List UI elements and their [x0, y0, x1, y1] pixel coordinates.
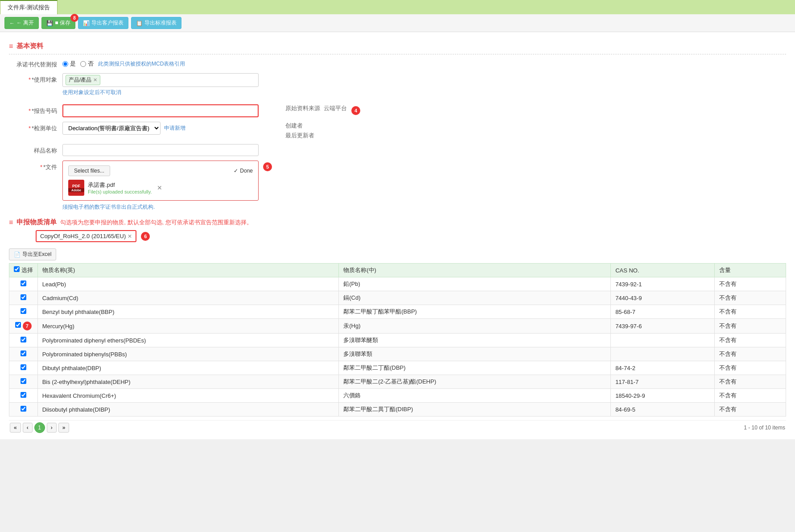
col-name-en-header: 物质名称(英) [37, 264, 339, 277]
file-upload-header: Select files... ✓ Done [68, 165, 253, 176]
file-success: File(s) uploaded successfully. [88, 189, 152, 194]
radio-yes-label: 是 [70, 60, 76, 68]
cell-name-cn: 鉛(Pb) [339, 277, 611, 291]
last-updater-label: 最后更新者 [285, 132, 314, 140]
main-content: ≡ 基本资料 承诺书代替测报 是 否 此类测报只供被授权的MCD表格引用 *使用… [0, 32, 795, 439]
row-checkbox-5[interactable] [21, 351, 26, 356]
substance-section-header: ≡ 申报物质清单 勾选项为您要申报的物质, 默认全部勾选, 您可依承诺书宣告范围… [9, 218, 786, 227]
table-toolbar: 📄 导出至Excel [9, 248, 786, 260]
toolbar: ← ← 离开 💾 ■ 保存 8 📊 导出客户报表 📋 导出标准报表 [0, 14, 795, 32]
back-button[interactable]: ← ← 离开 [4, 17, 39, 29]
regulation-remove[interactable]: ✕ [128, 233, 132, 239]
substitute-label: 承诺书代替测报 [9, 58, 62, 69]
file-item: PDF Adobe 承諾書.pdf File(s) uploaded succe… [68, 180, 253, 196]
cell-name-cn: 汞(Hg) [339, 319, 611, 334]
export-standard-button[interactable]: 📋 导出标准报表 [131, 17, 181, 29]
table-header-row: 选择 物质名称(英) 物质名称(中) CAS NO. 含量 [9, 264, 786, 277]
cell-cas: 7439-97-6 [611, 319, 715, 334]
cell-name-en: Diisobutyl phthalate(DIBP) [37, 403, 339, 417]
section-icon-basic: ≡ [9, 42, 13, 50]
export-customer-button[interactable]: 📊 导出客户报表 [78, 17, 128, 29]
cell-content: 不含有 [715, 361, 786, 375]
next-page-btn[interactable]: › [47, 423, 57, 433]
cell-name-cn: 鄰苯二甲酸二(2-乙基己基)酯(DEHP) [339, 375, 611, 389]
cell-content: 不含有 [715, 334, 786, 347]
save-button[interactable]: 💾 ■ 保存 8 [41, 17, 75, 29]
test-unit-select[interactable]: Declaration(誓明書/原廠宣告書) [62, 122, 161, 135]
pdf-icon: PDF Adobe [68, 180, 84, 196]
regulation-row: CopyOf_RoHS_2.0 (2011/65/EU) ✕ 6 [9, 230, 786, 242]
row-checkbox-6[interactable] [21, 364, 26, 370]
cell-name-cn: 六價鉻 [339, 389, 611, 403]
select-all-checkbox[interactable] [14, 266, 20, 272]
radio-yes[interactable]: 是 [62, 60, 76, 68]
cell-cas: 18540-29-9 [611, 389, 715, 403]
upload-note: 须报电子档的数字证书非出自正式机构. [62, 203, 259, 211]
report-no-control: Declaration_20240314165948 [62, 104, 259, 117]
report-no-row: *报告号码 Declaration_20240314165948 原始资料来源 … [9, 104, 786, 117]
row-checkbox-8[interactable] [21, 392, 26, 398]
last-page-btn[interactable]: » [58, 423, 70, 433]
file-delete-button[interactable]: ✕ [157, 184, 162, 191]
row-checkbox-2[interactable] [21, 308, 26, 314]
table-row: Polybrominated diphenyl ethers(PBDEs)多溴聯… [9, 334, 786, 347]
table-section: 📄 导出至Excel 选择 物质名称(英) 物质名称(中) CAS NO. 含量… [9, 248, 786, 435]
apply-new-link[interactable]: 申请新增 [164, 124, 185, 132]
prev-page-btn[interactable]: ‹ [23, 423, 33, 433]
row-checkbox-4[interactable] [21, 337, 26, 342]
cell-name-en: Hexavalent Chromium(Cr6+) [37, 389, 339, 403]
export-excel-label: 导出至Excel [22, 251, 51, 258]
export-customer-icon: 📊 [83, 20, 90, 26]
sample-name-control [62, 144, 259, 156]
substance-note: 勾选项为您要申报的物质, 默认全部勾选, 您可依承诺书宣告范围重新选择。 [60, 219, 252, 227]
checkmark-icon: ✓ [234, 168, 238, 174]
back-icon: ← [9, 20, 15, 26]
page-controls: « ‹ 1 › » [10, 422, 69, 433]
tab-label: 文件库-测试报告 [8, 4, 50, 12]
row-checkbox-0[interactable] [21, 280, 26, 286]
file-name: 承諾書.pdf [88, 181, 152, 189]
cell-name-en: Bis (2-ethylhexyl)phthalate(DEHP) [37, 375, 339, 389]
cell-content: 不含有 [715, 403, 786, 417]
save-badge: 8 [70, 14, 78, 22]
radio-no[interactable]: 否 [80, 60, 94, 68]
radio-no-label: 否 [88, 60, 94, 68]
tab-file-library[interactable]: 文件库-测试报告 [0, 0, 58, 14]
cell-name-cn: 鄰苯二甲酸二丁酯(DBP) [339, 361, 611, 375]
adobe-text: Adobe [68, 188, 84, 192]
substance-table: 选择 物质名称(英) 物质名称(中) CAS NO. 含量 Lead(Pb)鉛(… [9, 263, 786, 417]
pagination: « ‹ 1 › » 1 - 10 of 10 items [9, 420, 786, 435]
cell-cas: 84-74-2 [611, 361, 715, 375]
use-for-tag-input[interactable]: 产品/產品 ✕ [62, 73, 259, 87]
row-checkbox-3[interactable] [15, 322, 21, 328]
use-for-tag-remove[interactable]: ✕ [93, 77, 97, 83]
report-no-label: *报告号码 [9, 104, 62, 115]
cell-cas [611, 334, 715, 347]
pdf-text: PDF [72, 184, 80, 188]
radio-yes-input[interactable] [62, 61, 68, 67]
substitute-radio-group: 是 否 此类测报只供被授权的MCD表格引用 [62, 58, 259, 68]
substance-table-body: Lead(Pb)鉛(Pb)7439-92-1不含有Cadmium(Cd)鎘(Cd… [9, 277, 786, 417]
test-unit-row: *检测单位 Declaration(誓明書/原廠宣告書) 申请新增 创建者 最后… [9, 122, 786, 140]
cell-cas: 7439-92-1 [611, 277, 715, 291]
cell-cas: 7440-43-9 [611, 291, 715, 305]
regulation-box[interactable]: CopyOf_RoHS_2.0 (2011/65/EU) ✕ [36, 230, 136, 242]
substitute-control: 是 否 此类测报只供被授权的MCD表格引用 [62, 58, 259, 68]
use-for-tag: 产品/產品 ✕ [66, 75, 100, 85]
use-for-row: *使用对象 产品/產品 ✕ 使用对象设定后不可取消 [9, 73, 786, 100]
first-page-btn[interactable]: « [10, 423, 21, 433]
select-files-button[interactable]: Select files... [68, 165, 110, 176]
current-page-btn[interactable]: 1 [34, 422, 45, 433]
row-checkbox-9[interactable] [21, 406, 26, 412]
row-checkbox-7[interactable] [21, 378, 26, 384]
radio-no-input[interactable] [80, 61, 86, 67]
done-button[interactable]: ✓ Done [234, 168, 253, 174]
creator-info: 创建者 最后更新者 [285, 122, 318, 140]
use-for-control: 产品/產品 ✕ 使用对象设定后不可取消 [62, 73, 259, 100]
export-excel-button[interactable]: 📄 导出至Excel [9, 248, 56, 260]
sample-name-input[interactable] [62, 144, 259, 156]
badge-4: 4 [351, 106, 360, 115]
table-row: Diisobutyl phthalate(DIBP)鄰苯二甲酸二異丁酯(DIBP… [9, 403, 786, 417]
row-checkbox-1[interactable] [21, 294, 26, 300]
report-no-input[interactable]: Declaration_20240314165948 [62, 104, 259, 117]
